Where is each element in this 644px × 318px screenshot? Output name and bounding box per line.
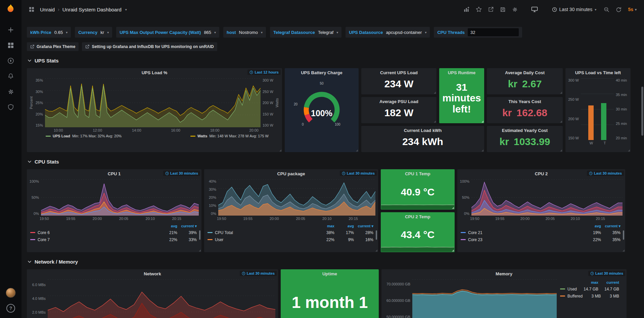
zoom-out-icon[interactable] xyxy=(601,4,612,14)
variable-ups-max-output[interactable]: UPS Max Output Power Capacity (Watt) 865… xyxy=(116,27,219,38)
legend-series[interactable]: Core 21 xyxy=(461,230,582,235)
panel-title[interactable]: This Years Cost xyxy=(508,99,541,104)
panel-title[interactable]: Estimated Yearly Cost xyxy=(502,128,548,133)
legend-column-header[interactable]: avg xyxy=(334,224,354,228)
panel-title[interactable]: CPU 1 Temp xyxy=(405,171,430,176)
panel-time-range-badge[interactable]: Last 30 minutes xyxy=(587,171,624,176)
cpu2-usage-chart[interactable] xyxy=(471,179,623,216)
legend-column-header[interactable]: avg xyxy=(582,224,601,228)
panel-time-range-badge[interactable]: Last 30 minutes xyxy=(588,271,625,276)
panel-title[interactable]: Memory xyxy=(496,271,512,276)
refresh-icon[interactable] xyxy=(613,4,624,14)
panel-title[interactable]: Average Daily Cost xyxy=(505,70,545,75)
legend-column-header[interactable]: current ▾ xyxy=(601,224,620,228)
chevron-down-icon[interactable]: ▾ xyxy=(214,31,216,34)
panel-title[interactable]: Current Load kWh xyxy=(404,128,442,133)
dashboard-dropdown-caret-icon[interactable]: ▾ xyxy=(125,8,127,11)
variable-value[interactable]: Nostromo xyxy=(239,30,258,35)
section-network-memory[interactable]: Network / Memory xyxy=(28,259,639,265)
chevron-down-icon[interactable]: ▾ xyxy=(261,31,263,34)
cycle-view-monitor-icon[interactable] xyxy=(529,4,540,14)
panel-title[interactable]: Network xyxy=(144,271,161,276)
panel-title[interactable]: UPS Battery Charge xyxy=(301,70,342,75)
legend-series[interactable]: CPU Total xyxy=(208,230,315,235)
variable-kwh-price[interactable]: kWh Price 0.65 ▾ xyxy=(27,27,71,38)
panel-title[interactable]: CPU package xyxy=(277,171,305,176)
memory-chart[interactable] xyxy=(412,279,557,318)
dashboard-title[interactable]: Unraid System Dashboard xyxy=(62,7,122,12)
panel-time-range-badge[interactable]: Last 12 hours xyxy=(247,70,281,75)
panel-title[interactable]: Uptime xyxy=(322,271,337,276)
bar-gauge-chart[interactable] xyxy=(581,78,614,140)
legend-series[interactable]: Core 23 xyxy=(461,237,582,242)
panel-title[interactable]: CPU 1 xyxy=(108,171,121,176)
refresh-interval-picker[interactable]: 5s ▾ xyxy=(625,4,639,14)
configuration-gear-icon[interactable] xyxy=(0,84,21,99)
legend-series[interactable]: UPS LoadMin: 17% Max: 32% Avg: 20% xyxy=(46,134,122,138)
panel-time-range-badge[interactable]: Last 30 minutes xyxy=(340,171,377,176)
legend-series[interactable]: Used xyxy=(560,287,578,291)
variable-ups-datasource[interactable]: UPS Datasource apcupsd-container ▾ xyxy=(346,27,430,38)
settings-gear-icon[interactable] xyxy=(510,4,520,14)
cpu-package-chart[interactable] xyxy=(218,179,375,216)
variable-telegraf-datasource[interactable]: Telegraf Datasource Telegraf ▾ xyxy=(270,27,341,38)
legend-series[interactable]: User xyxy=(208,237,315,242)
chevron-down-icon[interactable]: ▾ xyxy=(107,31,109,34)
chevron-down-icon[interactable]: ▾ xyxy=(66,31,67,34)
page-scrollbar[interactable] xyxy=(641,87,643,136)
panel-title[interactable]: CPU 2 xyxy=(535,171,548,176)
grafana-logo-icon[interactable] xyxy=(5,3,17,15)
section-cpu-stats[interactable]: CPU Stats xyxy=(28,159,639,165)
ups-load-chart[interactable] xyxy=(45,78,261,127)
section-ups-stats[interactable]: UPS Stats xyxy=(28,58,639,63)
cpu1-usage-chart[interactable] xyxy=(41,179,199,216)
variable-currency[interactable]: Currency kr ▾ xyxy=(75,27,112,38)
variable-value[interactable]: Telegraf xyxy=(318,30,333,35)
breadcrumb-app[interactable]: Unraid xyxy=(40,7,55,12)
variable-value[interactable]: 0.65 xyxy=(54,30,63,35)
help-icon[interactable]: ? xyxy=(6,304,15,313)
variable-host[interactable]: host Nostromo ▾ xyxy=(223,27,266,38)
time-range-picker[interactable]: Last 30 minutes ▾ xyxy=(549,4,600,14)
legend-column-header[interactable]: max xyxy=(578,280,598,284)
panel-title[interactable]: UPS Runtime xyxy=(448,70,475,75)
panel-title[interactable]: CPU 2 Temp xyxy=(405,214,430,219)
panel-title[interactable]: Current UPS Load xyxy=(380,70,418,75)
legend-column-header[interactable]: current xyxy=(598,280,619,284)
panel-title[interactable]: UPS Load vs Time left xyxy=(575,70,621,75)
legend-series[interactable]: Buffered xyxy=(560,294,583,299)
legend-series[interactable]: WattsMin: 148 W Max: 278 W Avg: 175 W xyxy=(190,134,269,138)
link-grafana-plex-theme[interactable]: Grafana Plex Theme xyxy=(27,42,79,51)
alerting-bell-icon[interactable] xyxy=(0,69,21,84)
server-admin-shield-icon[interactable] xyxy=(0,99,21,115)
variable-cpu-threads[interactable]: CPU Threads 32 xyxy=(434,27,522,38)
variable-value[interactable]: kr xyxy=(100,30,104,35)
create-plus-icon[interactable] xyxy=(0,22,21,38)
legend-series[interactable]: Core 7 xyxy=(30,237,158,242)
battery-gauge[interactable]: 0 20 50 100 100% xyxy=(290,80,354,133)
chevron-down-icon[interactable]: ▾ xyxy=(336,31,338,34)
add-panel-icon[interactable] xyxy=(461,4,472,14)
variable-value[interactable]: 865 xyxy=(204,30,211,35)
panel-title[interactable]: UPS Load % xyxy=(142,70,168,75)
chevron-down-icon[interactable]: ▾ xyxy=(425,31,426,34)
save-icon[interactable] xyxy=(498,4,508,14)
link-ups-monitoring-guide[interactable]: Setting up Grafana and InfluxDB for UPS … xyxy=(82,42,217,51)
legend-column-header[interactable]: avg xyxy=(158,224,177,228)
apps-grid-icon[interactable] xyxy=(26,4,37,14)
network-chart[interactable] xyxy=(48,279,275,318)
star-icon[interactable] xyxy=(473,4,484,14)
panel-time-range-badge[interactable]: Last 30 minutes xyxy=(240,271,277,276)
variable-value[interactable]: apcupsd-container xyxy=(386,30,422,35)
legend-column-header[interactable]: max xyxy=(315,224,334,228)
user-avatar[interactable] xyxy=(6,288,16,298)
legend-series[interactable]: Core 6 xyxy=(30,230,158,235)
panel-time-range-badge[interactable]: Last 30 minutes xyxy=(163,171,200,176)
explore-compass-icon[interactable] xyxy=(0,53,21,69)
dashboards-icon[interactable] xyxy=(0,38,21,53)
cpu-threads-input[interactable]: 32 xyxy=(468,28,519,36)
panel-title[interactable]: Average PSU Load xyxy=(379,99,418,104)
legend-column-header[interactable]: current ▾ xyxy=(354,224,373,228)
legend-column-header[interactable]: current ▾ xyxy=(177,224,197,228)
share-icon[interactable] xyxy=(486,4,496,14)
